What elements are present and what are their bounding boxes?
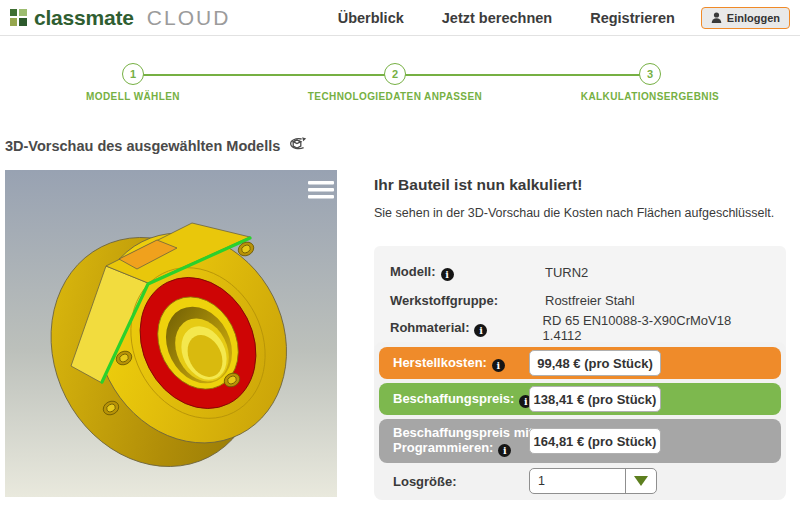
3d-viewer[interactable] (5, 170, 337, 497)
info-icon[interactable] (498, 444, 511, 457)
beschaffungspreis-programmieren-value-field[interactable]: 164,81 € (pro Stück) (529, 428, 661, 454)
price-row-beschaffungspreis-programmieren: Beschaffungspreis mit Programmieren: 164… (379, 419, 781, 463)
model-info-row-werkstoffgruppe: Werkstoffgruppe: Rostfreier Stahl (390, 286, 770, 314)
info-icon[interactable] (474, 324, 487, 337)
step-3-label: KALKULATIONSERGEBNIS (530, 91, 770, 102)
preview-title: 3D-Vorschau des ausgewählten Modells (5, 136, 308, 155)
page: classmate CLOUD Überblick Jetzt berechne… (0, 0, 800, 509)
result-heading: Ihr Bauteil ist nun kalkuliert! (374, 176, 582, 194)
model-info-box: Modell: TURN2 Werkstoffgruppe: Rostfreie… (374, 246, 786, 354)
chevron-down-icon (634, 476, 648, 486)
lot-size-select[interactable]: 1 (529, 468, 657, 494)
lot-size-label: Losgröße: (393, 474, 457, 489)
step-2-technologiedaten[interactable]: 2 TECHNOLOGIEDATEN ANPASSEN (275, 55, 515, 102)
brand-name: classmate (34, 6, 134, 30)
price-row-herstellkosten: Herstellkosten: 99,48 € (pro Stück) (379, 347, 781, 379)
lot-size-value: 1 (530, 474, 625, 488)
wizard-stepper: 1 MODELL WÄHLEN 2 TECHNOLOGIEDATEN ANPAS… (0, 55, 800, 110)
step-1-modell-waehlen[interactable]: 1 MODELL WÄHLEN (13, 55, 253, 102)
preview-title-text: 3D-Vorschau des ausgewählten Modells (5, 138, 280, 154)
herstellkosten-label: Herstellkosten: (393, 355, 487, 370)
step-3-circle[interactable]: 3 (639, 63, 661, 85)
herstellkosten-value-field[interactable]: 99,48 € (pro Stück) (529, 350, 661, 376)
login-button[interactable]: Einloggen (701, 7, 790, 29)
nav-item-jetzt-berechnen[interactable]: Jetzt berechnen (442, 10, 552, 26)
beschaffungspreis-value-field[interactable]: 138,41 € (pro Stück) (529, 386, 661, 412)
step-3-kalkulationsergebnis[interactable]: 3 KALKULATIONSERGEBNIS (530, 55, 770, 102)
step-2-circle[interactable]: 2 (384, 63, 406, 85)
main-nav: Überblick Jetzt berechnen Registrieren (338, 10, 675, 26)
product-name: CLOUD (147, 6, 231, 30)
rohmaterial-value: RD 65 EN10088-3-X90CrMoV18 1.4112 (543, 313, 770, 343)
hamburger-menu-icon[interactable] (308, 181, 334, 199)
werkstoffgruppe-value: Rostfreier Stahl (545, 293, 635, 308)
info-icon[interactable] (492, 359, 505, 372)
top-navbar: classmate CLOUD Überblick Jetzt berechne… (0, 0, 800, 36)
beschaffungspreis-label: Beschaffungspreis: (393, 391, 514, 406)
info-icon[interactable] (441, 268, 454, 281)
classmate-cloud-logo[interactable]: classmate CLOUD (10, 6, 230, 30)
beschaffungspreis-programmieren-label: Beschaffungspreis mit Programmieren: (393, 425, 533, 455)
rotate-3d-icon (286, 136, 308, 155)
price-row-beschaffungspreis: Beschaffungspreis: 138,41 € (pro Stück) (379, 383, 781, 415)
step-2-label: TECHNOLOGIEDATEN ANPASSEN (275, 91, 515, 102)
person-icon (711, 12, 722, 23)
lot-size-row: Losgröße: 1 (379, 467, 781, 495)
model-info-row-modell: Modell: TURN2 (390, 258, 770, 286)
model-info-row-rohmaterial: Rohmaterial: RD 65 EN10088-3-X90CrMoV18 … (390, 314, 770, 342)
werkstoffgruppe-label: Werkstoffgruppe: (390, 293, 545, 308)
classmate-logo-icon (10, 9, 27, 26)
model-value: TURN2 (545, 265, 588, 280)
step-1-circle[interactable]: 1 (122, 63, 144, 85)
nav-item-registrieren[interactable]: Registrieren (590, 10, 675, 26)
nav-item-ueberblick[interactable]: Überblick (338, 10, 404, 26)
rohmaterial-label: Rohmaterial: (390, 320, 469, 335)
result-subheading: Sie sehen in der 3D-Vorschau die Kosten … (374, 206, 774, 220)
model-label: Modell: (390, 264, 436, 279)
login-button-label: Einloggen (727, 12, 780, 24)
price-panel: Herstellkosten: 99,48 € (pro Stück) Besc… (374, 342, 786, 500)
step-1-label: MODELL WÄHLEN (13, 91, 253, 102)
